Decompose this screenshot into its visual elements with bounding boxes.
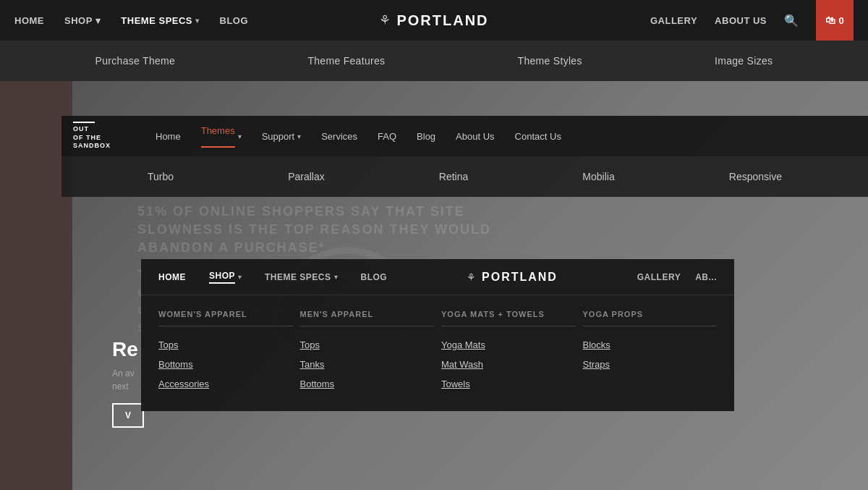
portland-logo-text: PORTLAND bbox=[396, 12, 488, 29]
second-nav-themes[interactable]: Themes ▾ bbox=[201, 125, 242, 148]
yoga-mats-header: Yoga Mats + Towels bbox=[441, 310, 576, 326]
second-navigation: OUTOF THESANDBOX Home Themes ▾ Support ▾… bbox=[61, 116, 868, 156]
nav-shop[interactable]: SHOP ▾ bbox=[64, 15, 101, 26]
overlay-portland-text: PORTLAND bbox=[482, 271, 558, 284]
mens-tops[interactable]: Tops bbox=[300, 335, 435, 355]
theme-styles-link[interactable]: Theme Styles bbox=[518, 55, 582, 67]
sandbox-logo: OUTOF THESANDBOX bbox=[61, 122, 141, 151]
theme-specs-chevron-icon: ▾ bbox=[195, 17, 200, 25]
overlay-gallery[interactable]: GALLERY bbox=[637, 272, 681, 282]
yoga-mats-item[interactable]: Yoga Mats bbox=[441, 335, 576, 355]
overlay-lotus-icon: ⚘ bbox=[467, 271, 476, 283]
overlay-nav-theme-specs[interactable]: THEME SPECS ▾ bbox=[265, 272, 338, 282]
support-link-text[interactable]: Support bbox=[262, 131, 295, 142]
shop-dropdown-body: Women's Apparel Tops Bottoms Accessories… bbox=[141, 295, 734, 411]
theme-responsive[interactable]: Responsive bbox=[729, 171, 782, 182]
theme-specs-dropdown: Purchase Theme Theme Features Theme Styl… bbox=[0, 41, 868, 81]
shop-col-mens: Men's Apparel Tops Tanks Bottoms bbox=[300, 310, 435, 394]
theme-retina[interactable]: Retina bbox=[439, 171, 468, 182]
nav-about-us[interactable]: ABOUT US bbox=[715, 15, 767, 26]
overlay-header-right: GALLERY AB... bbox=[637, 272, 717, 282]
womens-header: Women's Apparel bbox=[158, 310, 293, 326]
themes-link-text[interactable]: Themes bbox=[201, 125, 235, 148]
mens-bottoms[interactable]: Bottoms bbox=[300, 374, 435, 394]
image-sizes-link[interactable]: Image Sizes bbox=[715, 55, 773, 67]
shop-dropdown-overlay: HOME SHOP ▾ THEME SPECS ▾ BLOG ⚘ PORTLAN… bbox=[141, 259, 734, 411]
search-icon[interactable]: 🔍 bbox=[784, 14, 799, 28]
overlay-logo: ⚘ PORTLAND bbox=[467, 271, 558, 284]
blocks-item[interactable]: Blocks bbox=[583, 335, 718, 355]
overlay-shop-chevron-icon: ▾ bbox=[238, 273, 242, 281]
womens-accessories[interactable]: Accessories bbox=[158, 374, 293, 394]
theme-parallax[interactable]: Parallax bbox=[288, 171, 325, 182]
second-nav-home[interactable]: Home bbox=[156, 131, 181, 142]
shop-chevron-icon: ▾ bbox=[95, 15, 101, 26]
second-nav-about[interactable]: About Us bbox=[456, 131, 494, 142]
shop-col-yoga-mats: Yoga Mats + Towels Yoga Mats Mat Wash To… bbox=[441, 310, 576, 394]
second-nav-support[interactable]: Support ▾ bbox=[262, 131, 302, 142]
top-navigation: HOME SHOP ▾ THEME SPECS ▾ BLOG ⚘ PORTLAN… bbox=[0, 0, 868, 41]
theme-turbo[interactable]: Turbo bbox=[148, 171, 174, 182]
womens-tops[interactable]: Tops bbox=[158, 335, 293, 355]
lotus-icon: ⚘ bbox=[379, 12, 391, 28]
second-nav-blog[interactable]: Blog bbox=[417, 131, 435, 142]
purchase-theme-link[interactable]: Purchase Theme bbox=[95, 55, 176, 67]
top-nav-right: GALLERY ABOUT US 🔍 🛍 0 bbox=[650, 0, 854, 41]
second-nav-contact[interactable]: Contact Us bbox=[515, 131, 561, 142]
top-nav-left: HOME SHOP ▾ THEME SPECS ▾ BLOG bbox=[14, 15, 248, 26]
overlay-about[interactable]: AB... bbox=[695, 272, 717, 282]
overlay-shop-label: SHOP bbox=[209, 271, 235, 284]
second-nav-faq[interactable]: FAQ bbox=[378, 131, 396, 142]
mat-wash-item[interactable]: Mat Wash bbox=[441, 355, 576, 374]
themes-dropdown: Turbo Parallax Retina Mobilia Responsive bbox=[61, 156, 868, 197]
overlay-nav-shop[interactable]: SHOP ▾ bbox=[209, 271, 242, 284]
mens-tanks[interactable]: Tanks bbox=[300, 355, 435, 374]
theme-mobilia[interactable]: Mobilia bbox=[582, 171, 614, 182]
cart-count: 0 bbox=[838, 15, 843, 26]
overlay-theme-chevron-icon: ▾ bbox=[334, 273, 338, 281]
straps-item[interactable]: Straps bbox=[583, 355, 718, 374]
sandbox-logo-line bbox=[73, 122, 95, 123]
themes-chevron-icon: ▾ bbox=[238, 132, 242, 140]
support-chevron-icon: ▾ bbox=[297, 132, 301, 140]
sandbox-logo-text: OUTOF THESANDBOX bbox=[73, 125, 129, 151]
shop-col-yoga-props: Yoga Props Blocks Straps bbox=[583, 310, 718, 394]
mens-header: Men's Apparel bbox=[300, 310, 435, 326]
yoga-props-header: Yoga Props bbox=[583, 310, 718, 326]
cart-button[interactable]: 🛍 0 bbox=[816, 0, 854, 41]
theme-features-link[interactable]: Theme Features bbox=[307, 55, 385, 67]
nav-blog[interactable]: BLOG bbox=[220, 15, 249, 26]
nav-home[interactable]: HOME bbox=[14, 15, 44, 26]
shop-dropdown-header: HOME SHOP ▾ THEME SPECS ▾ BLOG ⚘ PORTLAN… bbox=[141, 259, 734, 295]
overlay-nav-blog[interactable]: BLOG bbox=[361, 272, 388, 282]
towels-item[interactable]: Towels bbox=[441, 374, 576, 394]
cart-icon: 🛍 bbox=[825, 14, 835, 26]
shop-col-womens: Women's Apparel Tops Bottoms Accessories bbox=[158, 310, 293, 394]
overlay-nav-home[interactable]: HOME bbox=[158, 272, 186, 282]
overlay-theme-specs-label: THEME SPECS bbox=[265, 272, 331, 282]
nav-gallery[interactable]: GALLERY bbox=[650, 15, 697, 26]
second-nav-links: Home Themes ▾ Support ▾ Services FAQ Blo… bbox=[156, 125, 561, 148]
nav-theme-specs[interactable]: THEME SPECS ▾ bbox=[121, 15, 199, 26]
second-nav-services[interactable]: Services bbox=[321, 131, 357, 142]
womens-bottoms[interactable]: Bottoms bbox=[158, 355, 293, 374]
top-nav-logo: ⚘ PORTLAND bbox=[379, 12, 488, 29]
